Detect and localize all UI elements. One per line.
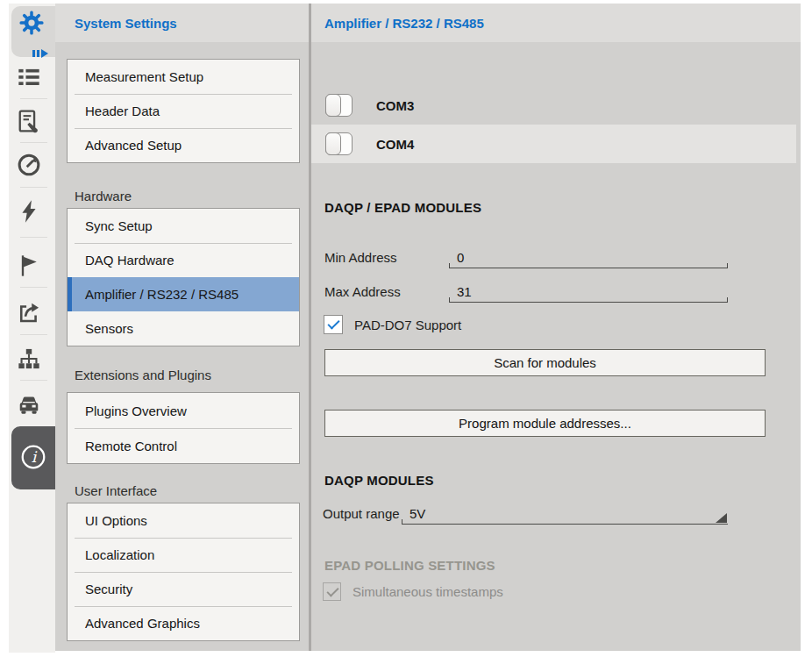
toolbar-button-acquisition[interactable] [16,198,42,225]
toolbar-button-setup-file[interactable] [16,108,42,134]
svg-text:i: i [32,448,38,466]
car-icon [17,392,41,417]
flag-icon [17,253,41,278]
sidebar-item-sync-setup[interactable]: Sync Setup [68,209,299,243]
sidebar-item-remote-control[interactable]: Remote Control [68,428,299,463]
daqp-epad-modules-heading: DAQP / EPAD MODULES [324,200,481,216]
settings-window: i System Settings Measurement Setup Head… [0,0,812,664]
info-icon: i [19,443,47,475]
section-label-user-interface: User Interface [75,482,157,500]
sidebar-group-general: Measurement Setup Header Data Advanced S… [67,59,300,163]
max-address-input[interactable]: 31 [449,281,728,303]
pad-do7-row: PAD-DO7 Support [324,315,461,334]
sidebar-item-sensors[interactable]: Sensors [68,311,299,346]
simultaneous-timestamps-row: Simultaneous timestamps [323,582,503,601]
min-address-value: 0 [457,250,464,265]
max-address-label: Max Address [324,281,401,303]
pad-do7-label: PAD-DO7 Support [354,318,461,332]
sidebar-item-ui-options[interactable]: UI Options [68,503,299,538]
toolbar-divider [20,334,47,335]
sidebar-header: System Settings [55,4,309,42]
max-address-value: 31 [457,284,472,299]
program-module-addresses-button[interactable]: Program module addresses... [324,410,766,437]
mode-toolbar: i [9,4,55,653]
toolbar-divider [20,187,47,188]
epad-polling-settings-heading: EPAD POLLING SETTINGS [324,558,495,574]
amplifier-settings-panel: Amplifier / RS232 / RS485 COM3 COM4 DAQP… [311,4,801,651]
sidebar-item-amplifier-rs232-rs485[interactable]: Amplifier / RS232 / RS485 [68,277,299,311]
toolbar-button-channel-list[interactable] [16,64,42,90]
toolbar-divider [20,98,47,99]
tab-info[interactable]: i [11,426,55,489]
toolbar-button-measure[interactable] [16,152,42,178]
page-title: Amplifier / RS232 / RS485 [324,16,484,31]
simultaneous-timestamps-label: Simultaneous timestamps [353,584,503,599]
gauge-icon [17,153,41,177]
toolbar-divider [20,142,47,143]
sidebar-item-advanced-graphics[interactable]: Advanced Graphics [68,606,299,640]
simultaneous-timestamps-checkbox [323,582,341,601]
scan-for-modules-button[interactable]: Scan for modules [324,349,766,376]
sitemap-icon [17,346,41,371]
sidebar-item-header-data[interactable]: Header Data [68,94,299,128]
toolbar-button-network[interactable] [16,346,42,372]
toolbar-divider [20,380,47,381]
toggle-knob [325,132,341,155]
output-range-row: Output range 5V [311,503,801,525]
min-address-input[interactable]: 0 [449,246,728,268]
max-address-row: Max Address 31 [311,281,801,303]
output-range-dropdown[interactable]: 5V [402,503,728,525]
min-address-row: Min Address 0 [311,246,801,269]
com4-label: COM4 [376,137,414,152]
main-header: Amplifier / RS232 / RS485 [311,4,801,42]
sidebar-item-measurement-setup[interactable]: Measurement Setup [68,60,299,94]
com3-row: COM3 [311,86,796,125]
tab-settings[interactable] [11,6,55,57]
toolbar-button-vehicle[interactable] [16,391,42,418]
toolbar-button-flag[interactable] [16,253,42,279]
settings-sidebar: System Settings Measurement Setup Header… [55,4,309,651]
min-address-label: Min Address [324,246,397,269]
sidebar-group-hardware: Sync Setup DAQ Hardware Amplifier / RS23… [67,208,300,346]
toolbar-divider [20,287,47,288]
export-icon [17,300,41,325]
toolbar-button-export[interactable] [16,299,42,325]
section-label-hardware: Hardware [75,188,132,205]
setup-file-wrench-icon [17,109,41,133]
sidebar-item-advanced-setup[interactable]: Advanced Setup [68,128,299,162]
sidebar-group-extensions: Plugins Overview Remote Control [67,392,300,464]
output-range-label: Output range [323,503,400,525]
dropdown-arrow-icon [716,513,727,523]
com3-label: COM3 [376,98,414,113]
sidebar-title: System Settings [75,16,177,31]
play-bars-icon [32,46,48,61]
lightning-icon [17,199,41,224]
output-range-value: 5V [410,506,425,521]
channel-list-icon [17,65,41,89]
toolbar-divider [20,237,47,238]
sidebar-group-user-interface: UI Options Localization Security Advance… [67,503,300,641]
com3-toggle[interactable] [325,94,353,117]
sidebar-item-daq-hardware[interactable]: DAQ Hardware [68,243,299,277]
sidebar-item-plugins-overview[interactable]: Plugins Overview [68,393,299,428]
gear-icon [18,10,45,39]
sidebar-item-localization[interactable]: Localization [68,538,299,572]
com4-row: COM4 [311,125,796,163]
section-label-extensions: Extensions and Plugins [75,367,211,384]
sidebar-item-security[interactable]: Security [68,572,299,606]
daqp-modules-heading: DAQP MODULES [324,473,434,489]
com4-toggle[interactable] [325,132,353,155]
toggle-knob [325,94,341,117]
pad-do7-checkbox[interactable] [324,315,343,334]
